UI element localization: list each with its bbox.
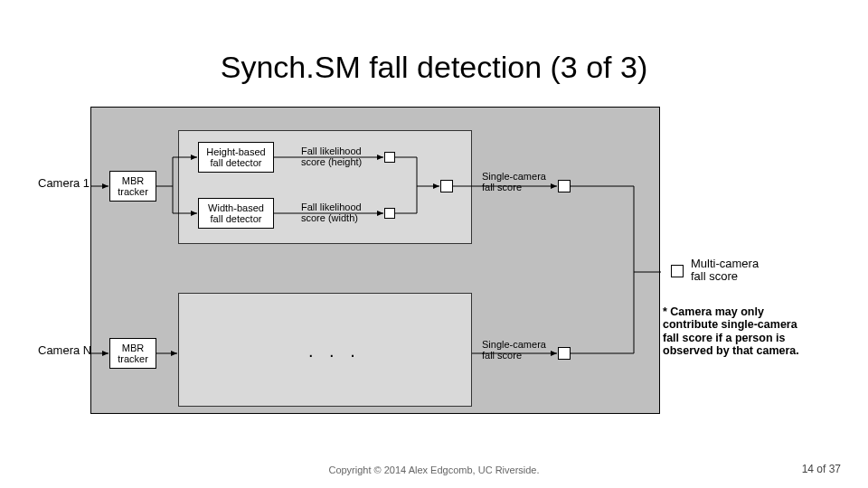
mbr-tracker-1: MBR tracker <box>109 171 156 202</box>
footnote: * Camera may only contribute single-came… <box>663 305 816 358</box>
single-camN-label: Single-camera fall score <box>482 339 546 361</box>
copyright: Copyright © 2014 Alex Edgcomb, UC Rivers… <box>0 465 868 475</box>
width-detector-box: Width-based fall detector <box>198 198 274 229</box>
page-number: 14 of 37 <box>802 463 841 475</box>
camera1-label: Camera 1 <box>38 176 90 190</box>
single-cam1-label: Single-camera fall score <box>482 171 546 192</box>
width-score-label: Fall likelihood score (width) <box>301 202 362 223</box>
ellipsis: . . . <box>308 341 361 361</box>
single-cam1-node <box>558 180 571 192</box>
mbr-tracker-N: MBR tracker <box>109 338 156 369</box>
height-score-node <box>384 152 395 163</box>
cameraN-label: Camera N <box>38 343 91 357</box>
single-camN-node <box>558 347 571 360</box>
height-detector-box: Height-based fall detector <box>198 142 274 173</box>
height-score-label: Fall likelihood score (height) <box>301 145 362 167</box>
slide: Synch.SM fall detection (3 of 3) Camera … <box>0 0 868 488</box>
merge-node-1 <box>440 180 453 192</box>
multi-camera-label: Multi-camera fall score <box>691 258 759 284</box>
slide-title: Synch.SM fall detection (3 of 3) <box>0 50 868 85</box>
multi-camera-node <box>671 265 684 277</box>
diagram: MBR tracker Height-based fall detector W… <box>90 107 660 414</box>
width-score-node <box>384 208 395 219</box>
